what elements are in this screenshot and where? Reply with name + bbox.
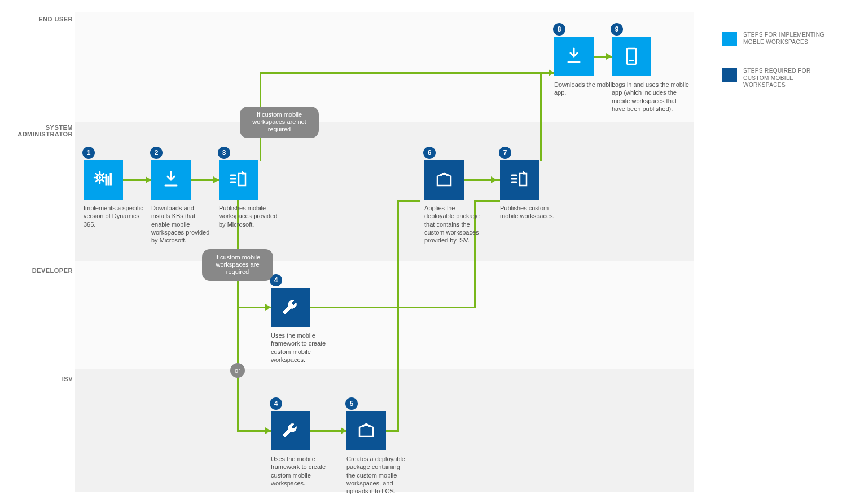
legend-label: STEPS FOR IMPLEMENTING MOBLE WORKSPACES	[743, 32, 833, 46]
step-number: 1	[82, 147, 95, 159]
connector	[397, 200, 399, 432]
connector	[474, 200, 500, 202]
step-caption: Creates a deployable package containing …	[346, 455, 409, 495]
step-caption: Downloads and installs KBs that enable m…	[151, 204, 213, 244]
step-3: 3 Publishes mobile workspaces provided b…	[219, 160, 258, 228]
legend-swatch	[722, 68, 737, 82]
step-number: 2	[150, 147, 163, 159]
legend-swatch	[722, 32, 737, 46]
lane-label-developer: Developer	[5, 267, 73, 274]
connector	[397, 200, 420, 202]
step-number: 6	[423, 147, 436, 159]
wrench-icon	[271, 411, 310, 450]
lane-label-sys-admin: SYSTEM ADMINISTRATOR	[5, 124, 73, 138]
package-icon	[346, 411, 386, 450]
connector	[237, 199, 239, 432]
publish-icon	[500, 160, 539, 200]
step-4-isv: 4 Uses the mobile framework to create cu…	[271, 411, 310, 487]
arrow-icon	[341, 427, 346, 434]
step-number: 8	[553, 23, 565, 36]
step-9: 9 Logs in and uses the mobile app (which…	[612, 37, 651, 113]
step-number: 5	[345, 397, 358, 410]
connector	[310, 307, 475, 308]
step-caption: Implements a specific version of Dynamic…	[84, 204, 146, 228]
step-caption: Applies the deployable package that cont…	[424, 204, 486, 244]
step-number: 3	[218, 147, 230, 159]
condition-required: If custom mobile workspaces are required	[202, 249, 273, 281]
step-caption: Logs in and uses the mobile app (which i…	[612, 81, 691, 113]
step-caption: Uses the mobile framework to create cust…	[271, 331, 333, 364]
step-8: 8 Downloads the mobile app.	[554, 37, 594, 97]
condition-not-required: If custom mobile workspaces are not requ…	[240, 107, 319, 138]
step-number: 9	[611, 23, 623, 36]
connector	[540, 72, 542, 161]
lane-label-end-user: END USER	[5, 16, 73, 23]
download-icon	[151, 160, 191, 200]
step-caption: Publishes custom mobile workspaces.	[500, 204, 562, 220]
legend-label: STEPS REQUIRED FOR CUSTOM MOBILE WORKSPA…	[743, 68, 833, 89]
step-number: 7	[499, 147, 511, 159]
connector	[260, 72, 559, 74]
lane-label-isv: ISV	[5, 375, 73, 382]
lane-end-user	[75, 12, 694, 122]
publish-icon	[219, 160, 258, 200]
phone-icon	[612, 37, 651, 76]
step-caption: Downloads the mobile app.	[554, 81, 616, 97]
legend-item-custom: STEPS REQUIRED FOR CUSTOM MOBILE WORKSPA…	[722, 68, 833, 89]
download-icon	[554, 37, 594, 76]
lane-developer	[75, 261, 694, 369]
arrow-icon	[606, 53, 612, 60]
legend-item-implement: STEPS FOR IMPLEMENTING MOBLE WORKSPACES	[722, 32, 833, 46]
or-junction: or	[230, 363, 245, 378]
step-5: 5 Creates a deployable package containin…	[346, 411, 386, 495]
arrow-icon	[213, 176, 219, 183]
arrow-icon	[549, 69, 554, 76]
step-2: 2 Downloads and installs KBs that enable…	[151, 160, 191, 244]
step-7: 7 Publishes custom mobile workspaces.	[500, 160, 539, 220]
step-1: 1 Implements a specific version of Dynam…	[84, 160, 123, 228]
arrow-icon	[265, 427, 271, 434]
step-number: 4	[270, 397, 282, 410]
wrench-icon	[271, 288, 310, 327]
arrow-icon	[491, 176, 497, 183]
step-6: 6 Applies the deployable package that co…	[424, 160, 464, 244]
step-caption: Uses the mobile framework to create cust…	[271, 455, 333, 487]
package-icon	[424, 160, 464, 200]
arrow-icon	[265, 304, 271, 311]
step-4-developer: 4 Uses the mobile framework to create cu…	[271, 288, 310, 364]
step-caption: Publishes mobile workspaces provided by …	[219, 204, 281, 228]
arrow-icon	[146, 176, 151, 183]
gears-bar-icon	[84, 160, 123, 200]
connector	[386, 430, 398, 432]
